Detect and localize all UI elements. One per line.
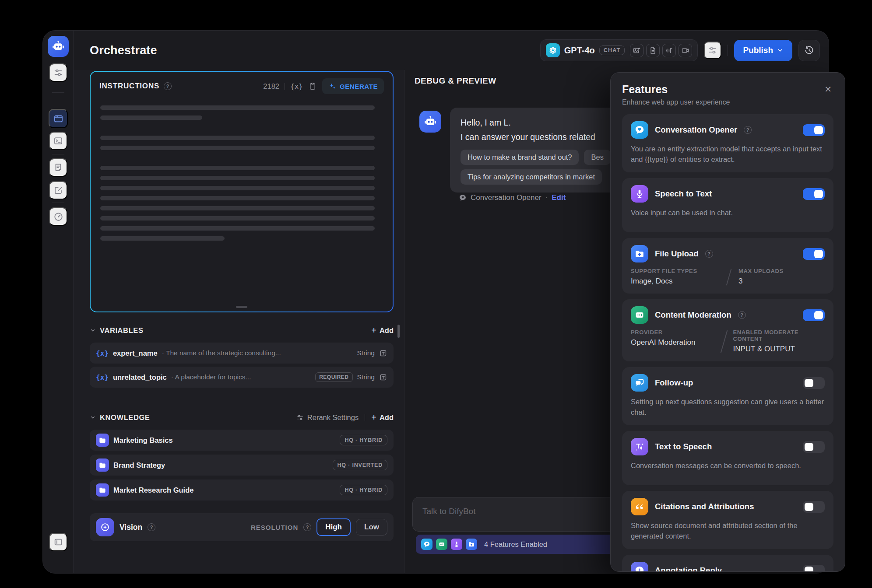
history-button[interactable] xyxy=(798,40,820,61)
add-label: Add xyxy=(380,326,394,335)
feature-toggle[interactable] xyxy=(803,124,825,136)
help-icon[interactable] xyxy=(738,311,746,319)
feature-toggle[interactable] xyxy=(803,501,825,513)
image-icon[interactable] xyxy=(630,44,643,57)
help-icon[interactable] xyxy=(164,82,172,90)
instructions-skeleton xyxy=(91,94,393,241)
chevron-down-icon[interactable] xyxy=(90,414,96,420)
help-icon[interactable] xyxy=(148,523,155,531)
sidebar-item-annotations[interactable] xyxy=(49,181,67,200)
dot-separator xyxy=(545,193,548,202)
publish-button[interactable]: Publish xyxy=(734,40,792,61)
model-capabilities xyxy=(630,44,692,57)
sliders-icon xyxy=(53,68,63,77)
resolution-low-button[interactable]: Low xyxy=(356,519,387,536)
feature-card-annotation-reply: Annotation Reply xyxy=(622,555,833,572)
feature-title: File Upload xyxy=(655,249,699,259)
feature-toggle[interactable] xyxy=(803,565,825,572)
feature-title: Content Moderation xyxy=(655,310,731,320)
feature-title: Conversation Opener xyxy=(655,125,737,135)
chevron-down-icon[interactable] xyxy=(90,327,96,333)
model-settings-button[interactable] xyxy=(704,42,721,59)
edit-opener-button[interactable]: Edit xyxy=(552,193,566,202)
folder-icon xyxy=(96,483,109,497)
page-title: Orchestrate xyxy=(90,44,157,57)
publish-label: Publish xyxy=(743,46,773,55)
sidebar-item-terminal[interactable] xyxy=(49,132,67,150)
model-mode-badge: CHAT xyxy=(599,46,625,55)
variable-type: String xyxy=(357,349,375,357)
rerank-settings-button[interactable]: Rerank Settings xyxy=(296,413,359,422)
help-icon[interactable] xyxy=(705,250,713,258)
instructions-header: INSTRUCTIONS 2182 {x} GENERATE xyxy=(91,72,393,94)
document-icon[interactable] xyxy=(646,44,660,57)
video-icon[interactable] xyxy=(679,44,692,57)
resolution-high-button[interactable]: High xyxy=(316,518,351,536)
content-moderation-icon xyxy=(631,306,648,324)
help-icon[interactable] xyxy=(303,523,311,531)
suggestion-chip[interactable]: Tips for analyzing competitors in market xyxy=(461,169,602,185)
add-label: Add xyxy=(380,413,394,422)
resize-handle[interactable] xyxy=(236,306,247,308)
suggestion-chip[interactable]: How to make a brand stand out? xyxy=(461,150,579,165)
instructions-panel[interactable]: INSTRUCTIONS 2182 {x} GENERATE xyxy=(90,71,394,312)
help-icon[interactable] xyxy=(744,126,752,134)
chevron-down-icon xyxy=(777,47,784,54)
feature-toggle[interactable] xyxy=(803,248,825,260)
string-type-icon[interactable] xyxy=(379,349,387,357)
suggestion-chip[interactable]: Bes xyxy=(584,150,610,165)
skeleton-line xyxy=(100,236,225,241)
sidebar xyxy=(43,31,74,573)
scrollbar-thumb[interactable] xyxy=(397,325,400,338)
header-actions: GPT-4o CHAT Publish xyxy=(540,39,820,61)
variable-row[interactable]: {x} unrelated_topic A placeholder for to… xyxy=(90,367,394,388)
knowledge-row[interactable]: Marketing Basics HQ · HYBRID xyxy=(90,430,394,451)
feature-card-text-to-speech: Text to Speech Conversation messages can… xyxy=(622,431,833,485)
variable-row[interactable]: {x} expert_name The name of the strategi… xyxy=(90,343,394,364)
model-name: GPT-4o xyxy=(564,46,595,56)
vision-icon xyxy=(96,518,114,536)
field-value: INPUT & OUTPUT xyxy=(733,345,825,354)
knowledge-name: Marketing Basics xyxy=(113,436,173,444)
add-knowledge-button[interactable]: +Add xyxy=(371,413,394,422)
string-type-icon[interactable] xyxy=(379,373,387,382)
follow-up-icon xyxy=(631,374,648,392)
field-label: MAX UPLOADS xyxy=(738,268,784,274)
skeleton-line xyxy=(100,176,375,180)
audio-icon[interactable] xyxy=(662,44,676,57)
knowledge-name: Brand Strategy xyxy=(113,461,165,469)
variable-token-icon[interactable]: {x} xyxy=(290,82,303,91)
editor-column: INSTRUCTIONS 2182 {x} GENERATE VAR xyxy=(74,70,404,573)
field-label: PROVIDER xyxy=(631,329,714,336)
feature-card-speech-to-text: Speech to Text Voice input can be used i… xyxy=(622,178,833,232)
knowledge-row[interactable]: Brand Strategy HQ · INVERTED xyxy=(90,455,394,476)
close-icon[interactable]: ✕ xyxy=(823,83,833,95)
field-value: OpenAI Moderation xyxy=(631,338,714,347)
feature-card-follow-up: Follow-up Setting up next questions sugg… xyxy=(622,367,833,425)
skeleton-line xyxy=(100,196,375,200)
generate-button[interactable]: GENERATE xyxy=(322,78,384,94)
feature-description: You are an entity extraction model that … xyxy=(631,144,825,164)
feature-card-conversation-opener: Conversation Opener You are an entity ex… xyxy=(622,114,833,172)
gauge-icon xyxy=(53,212,63,222)
feature-toggle[interactable] xyxy=(803,377,825,389)
sidebar-item-logs[interactable] xyxy=(49,158,67,177)
feature-toggle[interactable] xyxy=(803,441,825,453)
sidebar-item-settings[interactable] xyxy=(49,63,67,82)
rerank-label: Rerank Settings xyxy=(307,413,359,422)
app-logo[interactable] xyxy=(48,36,69,57)
model-selector[interactable]: GPT-4o CHAT xyxy=(540,39,698,61)
feature-card-file-upload: File Upload SUPPORT FILE TYPES Image, Do… xyxy=(622,238,833,294)
header-divider xyxy=(728,45,728,56)
folder-icon xyxy=(96,458,109,472)
knowledge-row[interactable]: Market Research Guide HQ · HYBRID xyxy=(90,480,394,500)
sidebar-collapse-button[interactable] xyxy=(49,533,67,551)
divider xyxy=(365,414,365,421)
sidebar-item-monitoring[interactable] xyxy=(49,207,67,226)
feature-toggle[interactable] xyxy=(803,309,825,321)
feature-toggle[interactable] xyxy=(803,188,825,200)
add-variable-button[interactable]: +Add xyxy=(371,326,394,335)
clipboard-icon[interactable] xyxy=(308,82,317,91)
sliders-icon xyxy=(708,46,717,55)
sidebar-item-orchestrate[interactable] xyxy=(49,109,68,128)
